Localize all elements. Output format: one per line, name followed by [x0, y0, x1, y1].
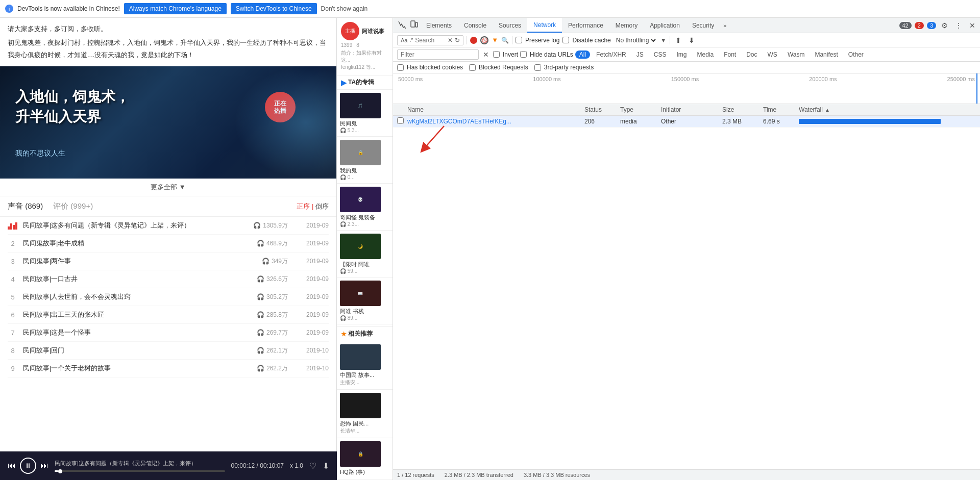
- tab-performance[interactable]: Performance: [562, 18, 609, 33]
- filter-all-button[interactable]: All: [575, 50, 590, 59]
- table-row[interactable]: wKgMal2LTXGCOmD7AEsTHefKEg... 206 media …: [393, 116, 980, 128]
- clear-button[interactable]: 🚫: [480, 36, 488, 44]
- settings-button[interactable]: ⚙: [939, 20, 950, 31]
- disable-cache-checkbox[interactable]: Disable cache: [562, 37, 610, 44]
- filter-fetch-xhr-button[interactable]: Fetch/XHR: [592, 50, 630, 59]
- close-devtools-button[interactable]: ✕: [967, 20, 977, 31]
- inspect-element-button[interactable]: [396, 19, 408, 31]
- tab-elements[interactable]: Elements: [420, 18, 458, 33]
- search-clear-icon[interactable]: ✕: [448, 37, 453, 44]
- filter-css-button[interactable]: CSS: [650, 50, 671, 59]
- album-plays: 🎧 5.3...: [340, 128, 389, 133]
- recommend-item[interactable]: 中国民 故事... 主播安...: [337, 341, 393, 390]
- tab-memory[interactable]: Memory: [609, 18, 644, 33]
- see-more-link[interactable]: 更多全部 ▼: [0, 179, 336, 196]
- tab-application[interactable]: Application: [644, 18, 686, 33]
- pause-button[interactable]: ⏸: [20, 458, 36, 474]
- col-waterfall[interactable]: Waterfall ▲: [799, 106, 976, 113]
- blocked-requests-checkbox[interactable]: Blocked Requests: [469, 64, 528, 71]
- filter-font-button[interactable]: Font: [720, 50, 740, 59]
- filter-wasm-button[interactable]: Wasm: [783, 50, 809, 59]
- search-box: Aa .* ✕ ↻: [397, 35, 463, 45]
- album-item[interactable]: 🔒 我的鬼 🎧 0...: [337, 137, 393, 184]
- tab-more-button[interactable]: »: [720, 18, 729, 33]
- timeline-marker: 50000 ms: [398, 76, 423, 82]
- search-input[interactable]: [415, 37, 446, 44]
- audio-title[interactable]: 民间故事|一口古井: [23, 274, 242, 284]
- tab-security[interactable]: Security: [686, 18, 720, 33]
- recommend-item[interactable]: 恐怖 国民... 长清华...: [337, 390, 393, 438]
- tab-network[interactable]: Network: [527, 18, 562, 33]
- filter-clear-button[interactable]: ✕: [481, 49, 491, 60]
- invert-checkbox[interactable]: Invert: [493, 51, 518, 58]
- audio-title[interactable]: 民间故事|一个关于老树的故事: [23, 364, 242, 373]
- hide-data-urls-checkbox[interactable]: Hide data URLs: [520, 51, 573, 58]
- favorite-button[interactable]: ♡: [309, 461, 316, 471]
- blocked-cookies-checkbox[interactable]: Has blocked cookies: [397, 64, 463, 71]
- row-checkbox[interactable]: [397, 117, 407, 125]
- player-speed[interactable]: x 1.0: [290, 462, 303, 469]
- audio-date: 2019-10: [293, 347, 329, 354]
- sort-forward[interactable]: 正序: [297, 203, 310, 210]
- albums-count: 8: [356, 42, 359, 48]
- album-thumbnail: 💀: [340, 187, 381, 212]
- download-button[interactable]: ⬇: [323, 461, 329, 471]
- col-name[interactable]: Name: [407, 106, 584, 113]
- filter-ws-button[interactable]: WS: [764, 50, 781, 59]
- tab-sources[interactable]: Sources: [493, 18, 527, 33]
- resource-size: 3.3 MB / 3.3 MB resources: [524, 472, 590, 478]
- col-size[interactable]: Size: [722, 106, 763, 113]
- audio-title[interactable]: 民间故事|出工三天的张木匠: [23, 310, 242, 319]
- filter-input[interactable]: [397, 49, 479, 60]
- progress-container: 民间故事|这多有问题（新专辑《灵异笔记》上架，来评）: [55, 460, 225, 472]
- section-title: 声音 (869): [8, 201, 43, 211]
- export-button[interactable]: ⬇: [687, 35, 697, 45]
- dont-show-button[interactable]: Don't show again: [321, 5, 368, 12]
- album-item[interactable]: 🌙 【限时 阿谁 🎧 59...: [337, 231, 393, 277]
- audio-title[interactable]: 民间故事|这多有问题（新专辑《灵异笔记》上架，来评）: [23, 221, 242, 230]
- match-language-button[interactable]: Always match Chrome's language: [124, 3, 227, 14]
- filter-js-button[interactable]: JS: [632, 50, 648, 59]
- sort-controls: 正序 | 倒序: [297, 202, 329, 211]
- recommend-list: 中国民 故事... 主播安... 恐怖 国民... 长清华... 🔒 HQ路 (…: [337, 341, 393, 479]
- filter-manifest-button[interactable]: Manifest: [811, 50, 842, 59]
- tab-console[interactable]: Console: [458, 18, 493, 33]
- network-table-body: wKgMal2LTXGCOmD7AEsTHefKEg... 206 media …: [393, 116, 980, 469]
- audio-title[interactable]: 民间故事|人去世前，会不会灵魂出窍: [23, 292, 242, 301]
- preserve-log-checkbox[interactable]: Preserve log: [516, 37, 559, 44]
- list-item: 6 民间故事|出工三天的张木匠 🎧285.8万 2019-09: [8, 306, 329, 324]
- album-item[interactable]: 📖 阿谁 书栈 🎧 89...: [337, 277, 393, 324]
- third-party-checkbox[interactable]: 3rd-party requests: [534, 64, 594, 71]
- filter-doc-button[interactable]: Doc: [742, 50, 761, 59]
- recommend-thumbnail: [340, 393, 381, 418]
- progress-track[interactable]: [55, 470, 225, 472]
- throttle-select[interactable]: No throttling: [614, 36, 657, 44]
- album-item[interactable]: 🎵 民间鬼 🎧 5.3...: [337, 90, 393, 137]
- recommend-item[interactable]: 🔒 HQ路 (事): [337, 438, 393, 479]
- album-thumbnail: 🎵: [340, 93, 381, 118]
- player-track-title: 民间故事|这多有问题（新专辑《灵异笔记》上架，来评）: [55, 460, 225, 467]
- sort-reverse[interactable]: 倒序: [315, 203, 329, 210]
- col-initiator[interactable]: Initiator: [661, 106, 722, 113]
- search-submit-icon[interactable]: ↻: [455, 37, 460, 44]
- more-options-button[interactable]: ⋮: [953, 20, 964, 31]
- audio-title[interactable]: 民间故事|这是一个怪事: [23, 328, 242, 337]
- filter-media-button[interactable]: Media: [693, 50, 718, 59]
- col-status[interactable]: Status: [584, 106, 620, 113]
- album-thumbnail: 🔒: [340, 140, 381, 165]
- col-time[interactable]: Time: [763, 106, 799, 113]
- audio-title[interactable]: 民间鬼故事|老牛成精: [23, 239, 242, 248]
- import-button[interactable]: ⬆: [673, 35, 683, 45]
- record-button[interactable]: [470, 37, 477, 44]
- album-item[interactable]: 💀 奇闻怪 鬼装备 🎧 2.3...: [337, 184, 393, 231]
- device-toggle-button[interactable]: [408, 19, 420, 31]
- col-type[interactable]: Type: [620, 106, 661, 113]
- prev-button[interactable]: ⏮: [8, 461, 16, 470]
- audio-title[interactable]: 民间鬼事|两件事: [23, 257, 242, 266]
- switch-devtools-button[interactable]: Switch DevTools to Chinese: [231, 3, 317, 14]
- filter-other-button[interactable]: Other: [844, 50, 868, 59]
- next-button[interactable]: ⏭: [40, 461, 48, 470]
- filter-img-button[interactable]: Img: [672, 50, 691, 59]
- audio-date: 2019-09: [293, 275, 329, 283]
- audio-title[interactable]: 民间故事|回门: [23, 346, 242, 355]
